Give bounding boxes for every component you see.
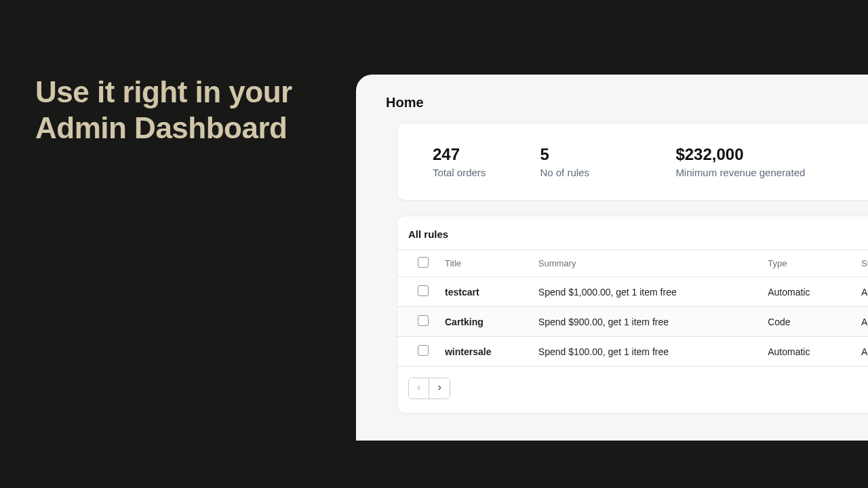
cell-title: wintersale <box>441 337 534 367</box>
row-checkbox[interactable] <box>418 315 429 326</box>
stat-label: Total orders <box>433 167 486 178</box>
cell-title: testcart <box>441 277 534 307</box>
hero-line2: Admin Dashboard <box>35 110 292 146</box>
next-page-button[interactable] <box>429 378 450 399</box>
cell-status: Active <box>857 277 868 307</box>
chevron-right-icon <box>435 384 443 394</box>
col-checkbox <box>397 250 441 277</box>
stat-value: 247 <box>433 145 486 164</box>
hero-heading: Use it right in your Admin Dashboard <box>35 75 292 146</box>
cell-type: Automatic <box>764 337 857 367</box>
cell-status: Active <box>857 307 868 337</box>
rules-table: Title Summary Type Status Used testcart … <box>397 249 868 367</box>
col-type[interactable]: Type <box>764 250 857 277</box>
col-summary[interactable]: Summary <box>534 250 764 277</box>
pagination <box>408 378 450 399</box>
panel-header: Home <box>356 75 868 123</box>
chevron-left-icon <box>415 384 423 394</box>
cell-type: Code <box>764 307 857 337</box>
stat-label: Minimum revenue generated <box>675 167 825 178</box>
cell-summary: Spend $1,000.00, get 1 item free <box>534 277 764 307</box>
stat-label: No of rules <box>540 167 621 178</box>
cell-title: Cartking <box>441 307 534 337</box>
stat-total-orders: 247 Total orders <box>433 145 486 178</box>
col-status[interactable]: Status <box>857 250 868 277</box>
page-title: Home <box>386 95 868 110</box>
cell-type: Automatic <box>764 277 857 307</box>
table-header: All rules Create Dis <box>397 228 868 249</box>
stat-value: 5 <box>540 145 621 164</box>
cell-summary: Spend $100.00, get 1 item free <box>534 337 764 367</box>
stat-min-revenue: $232,000 Minimum revenue generated <box>675 145 825 178</box>
col-title[interactable]: Title <box>441 250 534 277</box>
cell-summary: Spend $900.00, get 1 item free <box>534 307 764 337</box>
row-checkbox[interactable] <box>418 285 429 296</box>
table-row[interactable]: wintersale Spend $100.00, get 1 item fre… <box>397 337 868 367</box>
select-all-checkbox[interactable] <box>418 257 429 268</box>
hero-line1: Use it right in your <box>35 75 292 110</box>
table-row[interactable]: testcart Spend $1,000.00, get 1 item fre… <box>397 277 868 307</box>
table-title: All rules <box>408 228 448 240</box>
prev-page-button[interactable] <box>409 378 429 399</box>
stat-value: $232,000 <box>675 145 825 164</box>
cell-status: Active <box>857 337 868 367</box>
stats-card: 247 Total orders 5 No of rules $232,000 … <box>397 123 868 201</box>
dashboard-panel: Home 247 Total orders 5 No of rules $232… <box>356 75 868 441</box>
rules-table-card: All rules Create Dis Title Summary Type … <box>397 216 868 413</box>
table-row[interactable]: Cartking Spend $900.00, get 1 item free … <box>397 307 868 337</box>
row-checkbox[interactable] <box>418 345 429 356</box>
stat-no-of-rules: 5 No of rules <box>540 145 621 178</box>
